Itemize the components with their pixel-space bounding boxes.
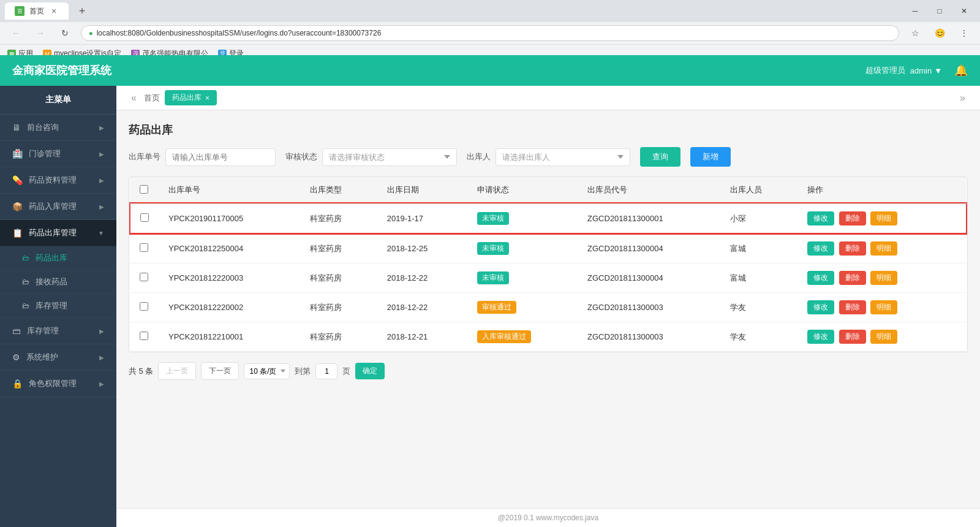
sidebar-sub-receive-drug[interactable]: 🗁 接收药品 — [0, 270, 116, 294]
per-page-select[interactable]: 10 条/页 20 条/页 — [244, 363, 290, 379]
row-staff-name: 富城 — [720, 233, 797, 264]
sidebar-item-stock[interactable]: 🗃 库存管理 ▶ — [0, 318, 116, 344]
sidebar-sub-outbound-label: 药品出库 — [36, 252, 67, 264]
goto-label: 到第 — [295, 366, 311, 377]
avatar-btn[interactable]: 😊 — [931, 25, 948, 42]
sidebar-sub-drug-outbound[interactable]: 🗁 药品出库 — [0, 246, 116, 270]
operator-label: 出库人 — [467, 151, 491, 162]
delete-btn[interactable]: 删除 — [839, 211, 866, 226]
breadcrumb-tab-close[interactable]: × — [205, 94, 209, 102]
app-user: 超级管理员 admin ▼ 🔔 — [865, 64, 968, 77]
page-number-input[interactable] — [315, 363, 337, 379]
menu-btn[interactable]: ⋮ — [956, 25, 973, 42]
row-status: 未审核 — [467, 203, 578, 233]
row-status: 未审核 — [467, 264, 578, 293]
sidebar-sub-inventory[interactable]: 🗁 库存管理 — [0, 294, 116, 318]
row-type: 科室药房 — [300, 293, 377, 322]
sidebar-sys-maintain-label: 系统维护 — [26, 352, 58, 363]
forward-btn[interactable]: → — [32, 25, 49, 42]
breadcrumb-home[interactable]: 首页 — [144, 93, 160, 104]
outpatient-arrow: ▶ — [99, 151, 104, 157]
sidebar-item-front-desk[interactable]: 🖥 前台咨询 ▶ — [0, 115, 116, 141]
edit-btn[interactable]: 修改 — [807, 271, 834, 285]
status-badge: 未审核 — [477, 212, 509, 225]
row-status: 入库审核通过 — [467, 322, 578, 352]
app-footer: @2019 0.1 www.mycodes.java — [116, 508, 980, 527]
edit-btn[interactable]: 修改 — [807, 330, 834, 344]
new-tab-btn[interactable]: + — [74, 2, 91, 20]
user-dropdown[interactable]: admin ▼ — [910, 66, 942, 75]
delete-btn[interactable]: 删除 — [839, 300, 866, 314]
order-no-input[interactable] — [165, 148, 276, 166]
row-actions: 修改 删除 明细 — [797, 293, 967, 322]
data-table-wrapper: 出库单号 出库类型 出库日期 申请状态 出库员代号 出库人员 操作 — [129, 176, 968, 352]
edit-btn[interactable]: 修改 — [807, 241, 834, 256]
breadcrumb-left-arrow[interactable]: « — [129, 93, 139, 104]
sub-inventory-icon: 🗁 — [22, 301, 29, 310]
delete-btn[interactable]: 删除 — [839, 330, 866, 344]
row-staff-name: 富城 — [720, 264, 797, 293]
refresh-btn[interactable]: ↻ — [56, 25, 74, 42]
bookmark-btn[interactable]: ☆ — [907, 25, 924, 42]
edit-btn[interactable]: 修改 — [807, 300, 834, 314]
review-status-label: 审核状态 — [285, 151, 317, 162]
detail-btn[interactable]: 明细 — [870, 330, 897, 344]
app-header: 金商家医院管理系统 超级管理员 admin ▼ 🔔 — [0, 55, 980, 86]
page-unit: 页 — [342, 366, 350, 377]
edit-btn[interactable]: 修改 — [807, 211, 834, 226]
sidebar-item-drug-info[interactable]: 💊 药品资料管理 ▶ — [0, 167, 116, 194]
sidebar-item-role-perm[interactable]: 🔒 角色权限管理 ▶ — [0, 371, 116, 397]
review-status-select[interactable]: 请选择审核状态 — [322, 148, 457, 166]
address-input[interactable]: ● localhost:8080/GoldenbusinesshospitalS… — [81, 25, 899, 41]
table-row: YPCK201812250004 科室药房 2018-12-25 未审核 ZGC… — [130, 233, 967, 264]
drug-inbound-icon: 📦 — [12, 202, 23, 211]
review-status-group: 审核状态 请选择审核状态 — [285, 148, 457, 166]
status-badge: 未审核 — [477, 271, 509, 284]
detail-btn[interactable]: 明细 — [870, 300, 897, 314]
breadcrumb-right-arrow[interactable]: » — [957, 93, 968, 104]
minimize-btn[interactable]: ─ — [904, 2, 926, 20]
back-btn[interactable]: ← — [7, 25, 24, 42]
order-no-group: 出库单号 — [129, 148, 276, 166]
detail-btn[interactable]: 明细 — [870, 271, 897, 285]
row-checkbox-1[interactable] — [140, 243, 148, 252]
add-button[interactable]: 新增 — [690, 147, 731, 167]
operator-select[interactable]: 请选择出库人 — [496, 148, 630, 166]
browser-tab[interactable]: 首 首页 × — [5, 2, 69, 20]
sidebar-item-drug-inbound[interactable]: 📦 药品入库管理 ▶ — [0, 194, 116, 220]
select-all-checkbox[interactable] — [140, 185, 148, 194]
close-btn[interactable]: ✕ — [953, 2, 975, 20]
row-checkbox-2[interactable] — [140, 273, 148, 281]
sidebar-item-outpatient[interactable]: 🏥 门诊管理 ▶ — [0, 141, 116, 167]
detail-btn[interactable]: 明细 — [870, 211, 897, 226]
prev-page-btn[interactable]: 上一页 — [158, 362, 196, 380]
delete-btn[interactable]: 删除 — [839, 271, 866, 285]
row-date: 2018-12-25 — [377, 233, 468, 264]
sidebar-item-sys-maintain[interactable]: ⚙ 系统维护 ▶ — [0, 344, 116, 371]
role-perm-icon: 🔒 — [12, 379, 23, 389]
row-date: 2019-1-17 — [377, 203, 468, 233]
tab-close-btn[interactable]: × — [49, 6, 59, 16]
detail-btn[interactable]: 明细 — [870, 241, 897, 256]
row-checkbox-0[interactable] — [140, 213, 149, 222]
breadcrumb-active-tab[interactable]: 药品出库 × — [165, 90, 217, 105]
tab-favicon: 首 — [15, 6, 24, 16]
row-checkbox-3[interactable] — [140, 302, 148, 311]
row-staff-name: 学友 — [720, 293, 797, 322]
row-staff-code: ZGCD201811300004 — [578, 233, 720, 264]
page-confirm-btn[interactable]: 确定 — [355, 363, 385, 379]
row-checkbox-4[interactable] — [140, 332, 148, 340]
query-button[interactable]: 查询 — [640, 147, 680, 167]
next-page-btn[interactable]: 下一页 — [201, 362, 239, 380]
row-order-no: YPCK201812250004 — [159, 233, 300, 264]
front-desk-icon: 🖥 — [12, 123, 21, 132]
sidebar-item-drug-outbound[interactable]: 📋 药品出库管理 ▼ — [0, 220, 116, 246]
bell-icon[interactable]: 🔔 — [954, 64, 968, 77]
delete-btn[interactable]: 删除 — [839, 241, 866, 256]
table-header-row: 出库单号 出库类型 出库日期 申请状态 出库员代号 出库人员 操作 — [130, 177, 967, 203]
th-action: 操作 — [797, 177, 967, 203]
row-staff-code: ZGCD201811300001 — [578, 203, 720, 233]
row-staff-code: ZGCD201811300003 — [578, 293, 720, 322]
maximize-btn[interactable]: □ — [929, 2, 951, 20]
row-order-no: YPCK201812210001 — [159, 322, 300, 352]
